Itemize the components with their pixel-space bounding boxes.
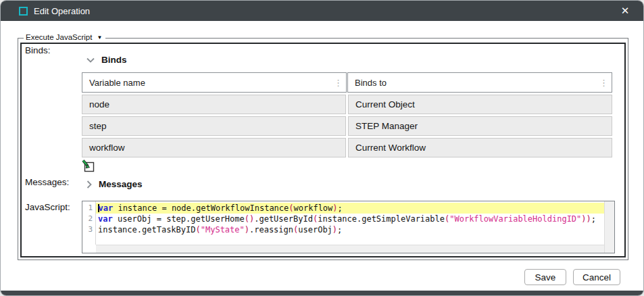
code-area[interactable]: var instance = node.getWorkflowInstance(… (96, 201, 604, 245)
line-number: 3 (82, 224, 95, 235)
column-menu-icon[interactable]: ⋮ (334, 78, 343, 87)
cell-binds-to[interactable]: Current Workflow (348, 138, 612, 157)
cell-variable-name[interactable]: step (82, 116, 346, 136)
titlebar: Edit Operation ✕ (1, 1, 643, 21)
table-row[interactable]: step STEP Manager (82, 116, 612, 136)
binds-field-label: Binds: (25, 45, 51, 55)
cell-variable-name[interactable]: node (82, 95, 346, 114)
binds-table: Variable name ⋮ Binds to ⋮ node Current … (82, 72, 612, 157)
cell-binds-to[interactable]: Current Object (348, 95, 612, 114)
chevron-right-icon (86, 180, 92, 189)
binds-section-title: Binds (101, 55, 127, 65)
operation-type-label: Execute JavaScript (26, 33, 92, 41)
column-menu-icon[interactable]: ⋮ (599, 78, 608, 87)
scrollbar-corner (82, 245, 96, 253)
window-bottom-edge (1, 291, 643, 295)
line-number: 2 (82, 214, 95, 224)
edit-operation-dialog: Edit Operation ✕ Execute JavaScript ▼ Bi… (0, 0, 644, 296)
dropdown-caret-icon: ▼ (97, 34, 102, 41)
binds-section-toggle[interactable]: Binds (86, 55, 127, 65)
messages-section-title: Messages (99, 179, 143, 189)
vertical-scrollbar[interactable] (604, 201, 614, 253)
code-line-current[interactable]: var instance = node.getWorkflowInstance(… (96, 203, 604, 214)
cell-binds-to[interactable]: STEP Manager (348, 116, 612, 136)
column-header-binds-to[interactable]: Binds to ⋮ (347, 72, 612, 93)
javascript-code-editor[interactable]: 1 2 3 var instance = node.getWorkflowIns… (82, 201, 615, 253)
table-edit-button[interactable] (81, 159, 95, 173)
save-button[interactable]: Save (524, 269, 566, 285)
horizontal-scrollbar[interactable] (96, 245, 604, 253)
messages-field-label: Messages: (25, 177, 69, 187)
table-row[interactable]: workflow Current Workflow (82, 138, 612, 157)
line-number: 1 (82, 203, 95, 214)
cell-variable-name[interactable]: workflow (82, 138, 346, 157)
operation-type-selector[interactable]: Execute JavaScript ▼ (24, 33, 105, 41)
code-line[interactable]: instance.getTaskByID("MyState").reassign… (96, 224, 604, 235)
app-window-icon (19, 7, 28, 16)
chevron-down-icon (86, 57, 95, 63)
close-button[interactable]: ✕ (615, 1, 635, 21)
code-line[interactable]: var userObj = step.getUserHome().getUser… (96, 214, 604, 224)
messages-section-toggle[interactable]: Messages (86, 179, 143, 189)
column-header-variable-name[interactable]: Variable name ⋮ (82, 72, 347, 93)
table-row[interactable]: node Current Object (82, 95, 612, 114)
cancel-button[interactable]: Cancel (573, 269, 620, 285)
javascript-field-label: JavaScript: (25, 202, 70, 212)
dialog-title: Edit Operation (34, 6, 90, 16)
close-icon: ✕ (621, 5, 630, 17)
binds-table-header: Variable name ⋮ Binds to ⋮ (82, 72, 612, 93)
table-edit-icon (81, 159, 95, 173)
line-number-gutter: 1 2 3 (82, 201, 96, 245)
